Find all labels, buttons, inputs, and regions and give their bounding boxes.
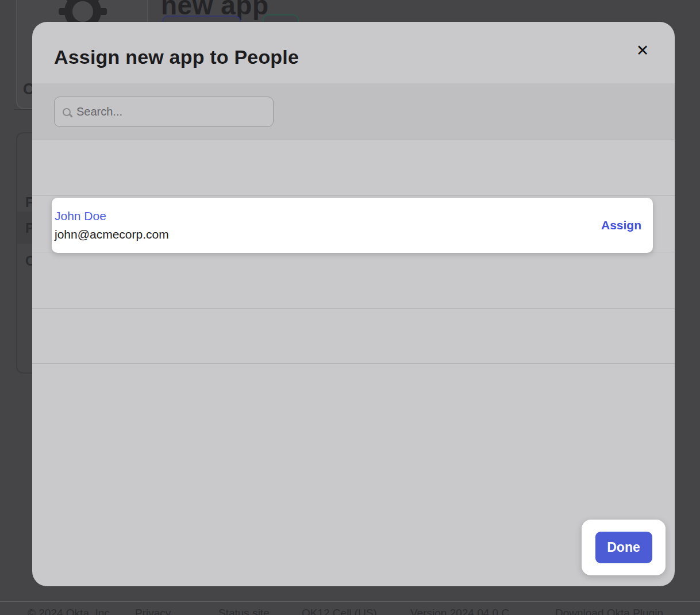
- page-footer: © 2024 Okta, Inc. Privacy Status site OK…: [0, 607, 700, 615]
- divider: [32, 363, 675, 364]
- divider: [32, 308, 675, 309]
- close-icon: ✕: [636, 43, 649, 59]
- done-button-container: Done: [582, 520, 666, 575]
- assign-button[interactable]: Assign: [601, 218, 641, 232]
- footer-version: Version 2024.04.0 C: [410, 607, 509, 615]
- person-row: John Doe john@acmecorp.com Assign: [52, 198, 653, 253]
- footer-copyright: © 2024 Okta, Inc.: [28, 607, 113, 615]
- search-field[interactable]: [54, 97, 274, 127]
- divider: [32, 195, 675, 196]
- search-section: [32, 83, 675, 140]
- assign-app-modal: Assign new app to People ✕ John Doe john…: [32, 22, 675, 586]
- done-button[interactable]: Done: [595, 532, 652, 563]
- footer-link-status-site: Status site: [218, 607, 270, 615]
- close-button[interactable]: ✕: [631, 39, 654, 62]
- divider: [0, 601, 700, 602]
- person-name-link[interactable]: John Doe: [55, 209, 106, 223]
- person-info: John Doe john@acmecorp.com: [55, 209, 601, 241]
- footer-cell: OK12 Cell (US): [302, 607, 377, 615]
- footer-link-download-plugin: Download Okta Plugin: [555, 607, 663, 615]
- search-icon: [63, 108, 71, 116]
- footer-link-privacy: Privacy: [135, 607, 171, 615]
- modal-title: Assign new app to People: [54, 46, 299, 68]
- screen: new app C F P C © 2024 Okta, Inc. Privac…: [0, 0, 700, 615]
- search-input[interactable]: [76, 105, 265, 118]
- person-email: john@acmecorp.com: [55, 228, 601, 241]
